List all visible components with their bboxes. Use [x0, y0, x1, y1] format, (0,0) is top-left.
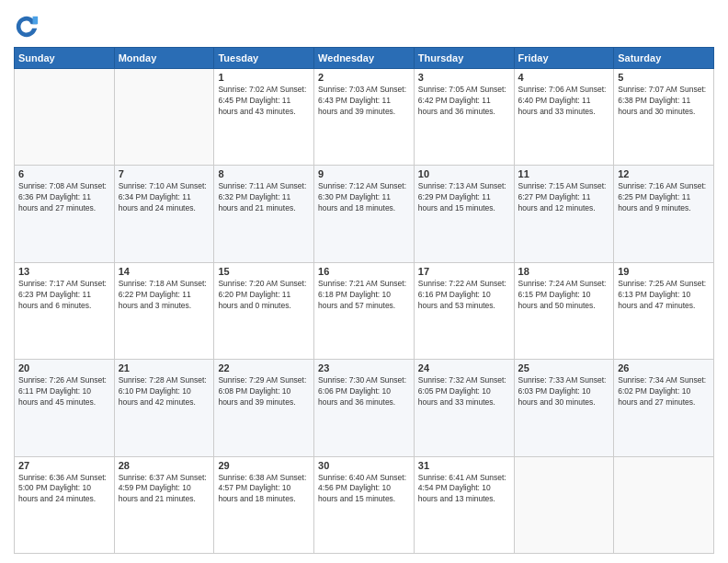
day-number: 23 [318, 362, 410, 373]
calendar-cell: 18Sunrise: 7:24 AM Sunset: 6:15 PM Dayli… [514, 262, 614, 359]
calendar-cell: 31Sunrise: 6:41 AM Sunset: 4:54 PM Dayli… [414, 456, 514, 553]
day-content: Sunrise: 7:34 AM Sunset: 6:02 PM Dayligh… [618, 375, 710, 408]
page: SundayMondayTuesdayWednesdayThursdayFrid… [0, 0, 728, 563]
logo [14, 14, 43, 40]
calendar-cell: 2Sunrise: 7:03 AM Sunset: 6:43 PM Daylig… [314, 69, 415, 166]
calendar-cell: 1Sunrise: 7:02 AM Sunset: 6:45 PM Daylig… [214, 69, 314, 166]
calendar-cell: 20Sunrise: 7:26 AM Sunset: 6:11 PM Dayli… [15, 360, 115, 456]
day-number: 7 [119, 168, 210, 179]
calendar-cell: 25Sunrise: 7:33 AM Sunset: 6:03 PM Dayli… [514, 360, 614, 456]
day-content: Sunrise: 6:38 AM Sunset: 4:57 PM Dayligh… [218, 473, 310, 506]
day-number: 27 [18, 460, 110, 471]
day-content: Sunrise: 7:06 AM Sunset: 6:40 PM Dayligh… [518, 85, 610, 118]
calendar-cell: 12Sunrise: 7:16 AM Sunset: 6:25 PM Dayli… [614, 166, 714, 262]
day-content: Sunrise: 7:33 AM Sunset: 6:03 PM Dayligh… [518, 375, 610, 408]
day-number: 25 [518, 362, 610, 373]
calendar-week-row: 6Sunrise: 7:08 AM Sunset: 6:36 PM Daylig… [15, 166, 714, 262]
calendar-cell: 8Sunrise: 7:11 AM Sunset: 6:32 PM Daylig… [214, 166, 314, 262]
calendar-table: SundayMondayTuesdayWednesdayThursdayFrid… [14, 47, 714, 554]
day-number: 9 [318, 168, 410, 179]
day-number: 13 [18, 266, 110, 277]
day-number: 14 [119, 266, 210, 277]
day-number: 12 [618, 168, 710, 179]
day-content: Sunrise: 7:07 AM Sunset: 6:38 PM Dayligh… [618, 85, 710, 118]
calendar-day-header: Friday [514, 48, 614, 69]
day-number: 6 [18, 168, 110, 179]
calendar-cell: 10Sunrise: 7:13 AM Sunset: 6:29 PM Dayli… [414, 166, 514, 262]
day-number: 16 [318, 266, 410, 277]
day-content: Sunrise: 6:37 AM Sunset: 4:59 PM Dayligh… [119, 473, 210, 506]
day-number: 17 [418, 266, 510, 277]
calendar-cell: 24Sunrise: 7:32 AM Sunset: 6:05 PM Dayli… [414, 360, 514, 456]
day-content: Sunrise: 7:20 AM Sunset: 6:20 PM Dayligh… [218, 279, 310, 312]
calendar-cell: 11Sunrise: 7:15 AM Sunset: 6:27 PM Dayli… [514, 166, 614, 262]
day-number: 24 [418, 362, 510, 373]
day-content: Sunrise: 7:22 AM Sunset: 6:16 PM Dayligh… [418, 279, 510, 312]
day-number: 11 [518, 168, 610, 179]
day-number: 30 [318, 460, 410, 471]
calendar-cell: 27Sunrise: 6:36 AM Sunset: 5:00 PM Dayli… [15, 456, 115, 553]
day-content: Sunrise: 7:05 AM Sunset: 6:42 PM Dayligh… [418, 85, 510, 118]
day-content: Sunrise: 7:30 AM Sunset: 6:06 PM Dayligh… [318, 375, 410, 408]
day-number: 5 [618, 72, 710, 83]
day-content: Sunrise: 7:02 AM Sunset: 6:45 PM Dayligh… [218, 85, 310, 118]
day-number: 20 [18, 362, 110, 373]
calendar-cell [114, 69, 214, 166]
calendar-day-header: Monday [114, 48, 214, 69]
calendar-cell: 6Sunrise: 7:08 AM Sunset: 6:36 PM Daylig… [15, 166, 115, 262]
header [14, 14, 714, 40]
day-number: 28 [119, 460, 210, 471]
day-content: Sunrise: 7:15 AM Sunset: 6:27 PM Dayligh… [518, 181, 610, 214]
calendar-cell: 28Sunrise: 6:37 AM Sunset: 4:59 PM Dayli… [114, 456, 214, 553]
calendar-day-header: Wednesday [314, 48, 415, 69]
calendar-cell: 30Sunrise: 6:40 AM Sunset: 4:56 PM Dayli… [314, 456, 415, 553]
logo-icon [14, 14, 40, 40]
calendar-cell: 19Sunrise: 7:25 AM Sunset: 6:13 PM Dayli… [614, 262, 714, 359]
calendar-cell: 3Sunrise: 7:05 AM Sunset: 6:42 PM Daylig… [414, 69, 514, 166]
calendar-cell: 26Sunrise: 7:34 AM Sunset: 6:02 PM Dayli… [614, 360, 714, 456]
day-content: Sunrise: 7:11 AM Sunset: 6:32 PM Dayligh… [218, 181, 310, 214]
day-content: Sunrise: 7:25 AM Sunset: 6:13 PM Dayligh… [618, 279, 710, 312]
calendar-cell [514, 456, 614, 553]
calendar-day-header: Sunday [15, 48, 115, 69]
day-content: Sunrise: 7:24 AM Sunset: 6:15 PM Dayligh… [518, 279, 610, 312]
calendar-cell [614, 456, 714, 553]
day-content: Sunrise: 7:08 AM Sunset: 6:36 PM Dayligh… [18, 181, 110, 214]
calendar-cell [15, 69, 115, 166]
calendar-cell: 23Sunrise: 7:30 AM Sunset: 6:06 PM Dayli… [314, 360, 415, 456]
calendar-cell: 29Sunrise: 6:38 AM Sunset: 4:57 PM Dayli… [214, 456, 314, 553]
calendar-day-header: Thursday [414, 48, 514, 69]
day-number: 3 [418, 72, 510, 83]
day-content: Sunrise: 7:10 AM Sunset: 6:34 PM Dayligh… [119, 181, 210, 214]
day-number: 22 [218, 362, 310, 373]
day-number: 4 [518, 72, 610, 83]
day-content: Sunrise: 7:03 AM Sunset: 6:43 PM Dayligh… [318, 85, 410, 118]
day-content: Sunrise: 7:28 AM Sunset: 6:10 PM Dayligh… [119, 375, 210, 408]
day-content: Sunrise: 7:18 AM Sunset: 6:22 PM Dayligh… [119, 279, 210, 312]
day-number: 29 [218, 460, 310, 471]
day-number: 1 [218, 72, 310, 83]
day-content: Sunrise: 6:40 AM Sunset: 4:56 PM Dayligh… [318, 473, 410, 506]
day-content: Sunrise: 7:13 AM Sunset: 6:29 PM Dayligh… [418, 181, 510, 214]
calendar-cell: 21Sunrise: 7:28 AM Sunset: 6:10 PM Dayli… [114, 360, 214, 456]
day-number: 26 [618, 362, 710, 373]
calendar-cell: 14Sunrise: 7:18 AM Sunset: 6:22 PM Dayli… [114, 262, 214, 359]
day-number: 15 [218, 266, 310, 277]
day-content: Sunrise: 7:21 AM Sunset: 6:18 PM Dayligh… [318, 279, 410, 312]
day-number: 2 [318, 72, 410, 83]
day-content: Sunrise: 7:17 AM Sunset: 6:23 PM Dayligh… [18, 279, 110, 312]
calendar-week-row: 13Sunrise: 7:17 AM Sunset: 6:23 PM Dayli… [15, 262, 714, 359]
day-content: Sunrise: 7:32 AM Sunset: 6:05 PM Dayligh… [418, 375, 510, 408]
day-number: 31 [418, 460, 510, 471]
day-content: Sunrise: 6:41 AM Sunset: 4:54 PM Dayligh… [418, 473, 510, 506]
day-content: Sunrise: 6:36 AM Sunset: 5:00 PM Dayligh… [18, 473, 110, 506]
calendar-cell: 22Sunrise: 7:29 AM Sunset: 6:08 PM Dayli… [214, 360, 314, 456]
calendar-week-row: 20Sunrise: 7:26 AM Sunset: 6:11 PM Dayli… [15, 360, 714, 456]
day-number: 18 [518, 266, 610, 277]
day-content: Sunrise: 7:12 AM Sunset: 6:30 PM Dayligh… [318, 181, 410, 214]
calendar-week-row: 27Sunrise: 6:36 AM Sunset: 5:00 PM Dayli… [15, 456, 714, 553]
day-number: 8 [218, 168, 310, 179]
calendar-cell: 9Sunrise: 7:12 AM Sunset: 6:30 PM Daylig… [314, 166, 415, 262]
calendar-day-header: Tuesday [214, 48, 314, 69]
day-number: 21 [119, 362, 210, 373]
